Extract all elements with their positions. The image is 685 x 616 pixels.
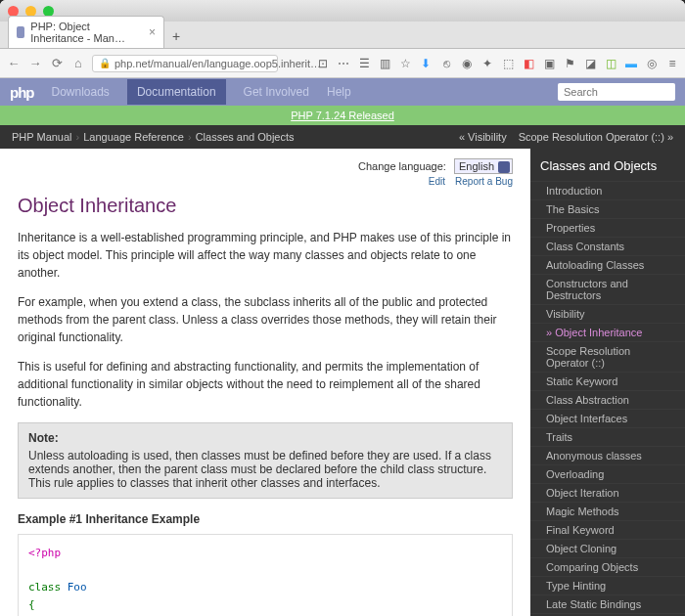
close-window-button[interactable] [8,6,19,17]
nav-documentation[interactable]: Documentation [127,79,226,105]
sidebar-item[interactable]: Properties [530,218,685,237]
back-icon[interactable]: ← [6,56,22,70]
sidebar-item[interactable]: Class Constants [530,237,685,255]
change-language-label: Change language: [358,160,446,172]
next-link[interactable]: Scope Resolution Operator (::) » [519,131,673,143]
breadcrumb: PHP Manual› Language Reference› Classes … [0,125,685,149]
sidebar-item[interactable]: Class Abstraction [530,390,685,409]
sidebar-item[interactable]: Magic Methods [530,502,685,520]
release-banner[interactable]: PHP 7.1.24 Released [0,106,685,125]
ext-icon-9[interactable]: ◫ [604,57,617,70]
browser-tab[interactable]: PHP: Object Inheritance - Man… × [8,16,164,48]
sidebar-title[interactable]: Classes and Objects [530,149,685,181]
sidebar-item[interactable]: Static Keyword [530,372,685,390]
sidebar-item[interactable]: Anonymous classes [530,446,685,464]
close-tab-icon[interactable]: × [149,25,156,39]
more-icon[interactable]: ⋯ [337,57,350,70]
nav-downloads[interactable]: Downloads [52,85,110,99]
maximize-window-button[interactable] [43,6,54,17]
sidebar-item[interactable]: Type Hinting [530,576,685,594]
ext-icon-6[interactable]: ▣ [542,57,556,70]
sidebar-item[interactable]: Object Cloning [530,539,685,557]
ext-icon-5[interactable]: ◧ [522,57,535,70]
note-box: Note: Unless autoloading is used, then c… [18,422,513,499]
sidebar-item[interactable]: Comparing Objects [530,557,685,576]
crumb-1[interactable]: Language Reference [83,131,184,143]
reader-icon[interactable]: ☰ [357,57,371,70]
sidebar-item[interactable]: Constructors and Destructors [530,274,685,304]
lock-icon: 🔒 [99,58,111,68]
language-select[interactable]: English [454,158,513,174]
sidebar-item[interactable]: Final Keyword [530,520,685,539]
sidebar-item[interactable]: Object Interfaces [530,409,685,427]
favicon [17,26,24,38]
ext-icon-10[interactable]: ▬ [624,57,638,70]
ext-icon-3[interactable]: ✦ [480,57,494,70]
new-tab-button[interactable]: + [164,24,188,48]
site-nav: php Downloads Documentation Get Involved… [0,78,685,106]
php-logo[interactable]: php [10,84,34,101]
sidebar-item[interactable]: Late Static Bindings [530,594,685,613]
url-text: php.net/manual/en/language.oop5.inherit… [114,58,321,69]
sidebar-item[interactable]: The Basics [530,199,685,218]
note-body: Unless autoloading is used, then classes… [28,449,491,490]
page-action-icon[interactable]: ⊡ [316,57,330,70]
download-icon[interactable]: ⬇ [419,57,433,70]
page-content: php Downloads Documentation Get Involved… [0,78,685,616]
sidebar-list: IntroductionThe BasicsPropertiesClass Co… [530,181,685,616]
prev-link[interactable]: « Visibility [459,131,507,143]
sidebar-item[interactable]: Scope Resolution Operator (::) [530,341,685,372]
edit-link[interactable]: Edit [429,176,445,187]
ext-icon-8[interactable]: ◪ [583,57,597,70]
sidebar-item[interactable]: Object Iteration [530,483,685,502]
search-input[interactable] [558,83,675,101]
ext-icon-7[interactable]: ⚑ [563,57,576,70]
tab-strip: PHP: Object Inheritance - Man… × + [0,22,685,49]
reload-icon[interactable]: ⟳ [49,56,65,70]
forward-icon[interactable]: → [27,56,43,70]
ext-icon-11[interactable]: ◎ [645,57,659,70]
home-icon[interactable]: ⌂ [70,56,86,70]
sidebar-item[interactable]: Autoloading Classes [530,255,685,274]
para-3: This is useful for defining and abstract… [18,358,513,411]
nav-get-involved[interactable]: Get Involved [244,85,309,99]
sidebar-item[interactable]: Visibility [530,304,685,323]
minimize-window-button[interactable] [25,6,36,17]
ext-icon-4[interactable]: ⬚ [501,57,515,70]
example-title: Example #1 Inheritance Example [18,512,513,526]
report-bug-link[interactable]: Report a Bug [455,176,513,187]
library-icon[interactable]: ▥ [378,57,391,70]
browser-window: PHP: Object Inheritance - Man… × + ← → ⟳… [0,0,685,616]
page-title: Object Inheritance [18,195,513,217]
sidebar: Classes and Objects IntroductionThe Basi… [530,149,685,616]
ext-icon-1[interactable]: ⎋ [439,57,453,70]
crumb-2[interactable]: Classes and Objects [196,131,295,143]
url-field[interactable]: 🔒 php.net/manual/en/language.oop5.inheri… [92,55,278,72]
menu-icon[interactable]: ≡ [665,57,679,70]
nav-help[interactable]: Help [327,85,351,99]
toolbar: ← → ⟳ ⌂ 🔒 php.net/manual/en/language.oop… [0,49,685,78]
sidebar-item[interactable]: Traits [530,427,685,446]
para-1: Inheritance is a well-established progra… [18,229,513,282]
crumb-0[interactable]: PHP Manual [12,131,72,143]
sidebar-item[interactable]: Overloading [530,464,685,483]
toolbar-icons: ⊡ ⋯ ☰ ▥ ☆ ⬇ ⎋ ◉ ✦ ⬚ ◧ ▣ ⚑ ◪ ◫ ▬ ◎ ≡ [316,57,679,70]
sidebar-item[interactable]: Object Inheritance [530,323,685,341]
bookmark-icon[interactable]: ☆ [398,57,412,70]
code-block: <?php class Foo { public function printI… [18,534,513,616]
note-title: Note: [28,431,502,445]
main-content: Change language: English Edit Report a B… [0,149,530,616]
sidebar-item[interactable]: Introduction [530,181,685,199]
para-2: For example, when you extend a class, th… [18,293,513,346]
tab-title: PHP: Object Inheritance - Man… [30,21,139,44]
ext-icon-2[interactable]: ◉ [460,57,474,70]
site-search [558,83,675,101]
